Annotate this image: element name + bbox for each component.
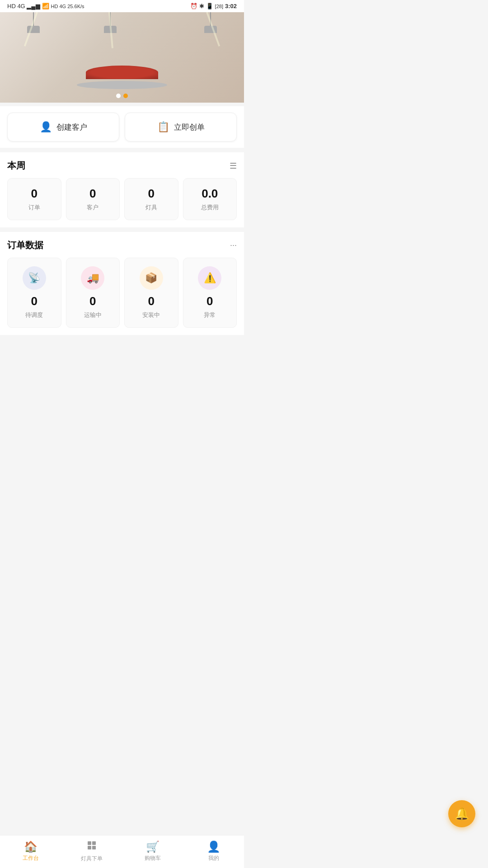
status-wifi: 📶 [42,3,49,9]
banner [0,12,244,103]
stat-card-2[interactable]: 0 灯具 [124,178,178,220]
create-customer-button[interactable]: 👤 创建客户 [7,113,119,142]
order-value-3: 0 [187,294,233,308]
phone-icon: 📱 [206,3,213,9]
order-data-section: 订单数据 ··· 📡 0 待调度 🚚 0 运输中 📦 0 安装中 ⚠️ 0 异常 [0,232,244,335]
order-data-menu-icon[interactable]: ··· [230,241,237,250]
order-card-0[interactable]: 📡 0 待调度 [7,258,61,328]
status-right: ⏰ ✱ 📱 [28] 3:02 [190,3,237,9]
create-customer-label: 创建客户 [56,122,87,132]
stats-grid: 0 订单 0 客户 0 灯具 0.0 总费用 [7,178,237,220]
order-label-2: 安装中 [128,311,174,319]
order-value-1: 0 [70,294,116,308]
podium [77,66,167,89]
stat-value-3: 0.0 [187,187,233,201]
dot-2[interactable] [123,94,128,98]
create-order-label: 立即创单 [174,122,205,132]
order-label-1: 运输中 [70,311,116,319]
order-icon-1: 🚚 [81,266,104,290]
status-signal: HD 4G ▂▄▆ [7,3,40,9]
order-label-0: 待调度 [11,311,57,319]
stat-value-2: 0 [128,187,174,201]
order-value-0: 0 [11,294,57,308]
content-area: 👤 创建客户 📋 立即创单 本周 ☰ 0 订单 0 客户 0 灯具 0.0 总费… [0,12,244,371]
status-bar: HD 4G ▂▄▆ 📶 HD 4G 25.6K/s ⏰ ✱ 📱 [28] 3:0… [0,0,244,12]
weekly-title: 本周 [7,160,25,172]
order-label-3: 异常 [187,311,233,319]
stat-card-0[interactable]: 0 订单 [7,178,61,220]
order-icon-0: 📡 [23,266,46,290]
weekly-menu-icon[interactable]: ☰ [230,161,237,171]
stat-card-1[interactable]: 0 客户 [66,178,120,220]
weekly-section: 本周 ☰ 0 订单 0 客户 0 灯具 0.0 总费用 [0,152,244,227]
stat-label-3: 总费用 [187,203,233,212]
create-customer-icon: 👤 [40,121,52,133]
order-card-3[interactable]: ⚠️ 0 异常 [183,258,237,328]
stat-card-3[interactable]: 0.0 总费用 [183,178,237,220]
order-value-2: 0 [128,294,174,308]
stat-label-0: 订单 [11,203,57,212]
order-data-header: 订单数据 ··· [7,239,237,251]
status-speed: HD 4G 25.6K/s [51,4,84,9]
order-card-2[interactable]: 📦 0 安装中 [124,258,178,328]
order-card-1[interactable]: 🚚 0 运输中 [66,258,120,328]
battery-indicator: [28] [215,4,223,9]
alarm-icon: ⏰ [190,3,197,9]
bluetooth-icon: ✱ [199,3,204,9]
time: 3:02 [225,3,237,9]
order-icon-3: ⚠️ [198,266,221,290]
stat-value-1: 0 [70,187,116,201]
podium-base [77,81,167,89]
status-left: HD 4G ▂▄▆ 📶 HD 4G 25.6K/s [7,3,84,9]
order-data-title: 订单数据 [7,239,43,251]
create-order-icon: 📋 [157,121,169,133]
stat-label-2: 灯具 [128,203,174,212]
podium-stage [86,66,158,79]
create-order-button[interactable]: 📋 立即创单 [125,113,237,142]
dot-1[interactable] [116,94,121,98]
stat-label-1: 客户 [70,203,116,212]
quick-actions: 👤 创建客户 📋 立即创单 [0,106,244,148]
order-icon-2: 📦 [140,266,163,290]
stat-value-0: 0 [11,187,57,201]
order-cards: 📡 0 待调度 🚚 0 运输中 📦 0 安装中 ⚠️ 0 异常 [7,258,237,328]
banner-dots [116,94,128,98]
weekly-section-header: 本周 ☰ [7,160,237,172]
